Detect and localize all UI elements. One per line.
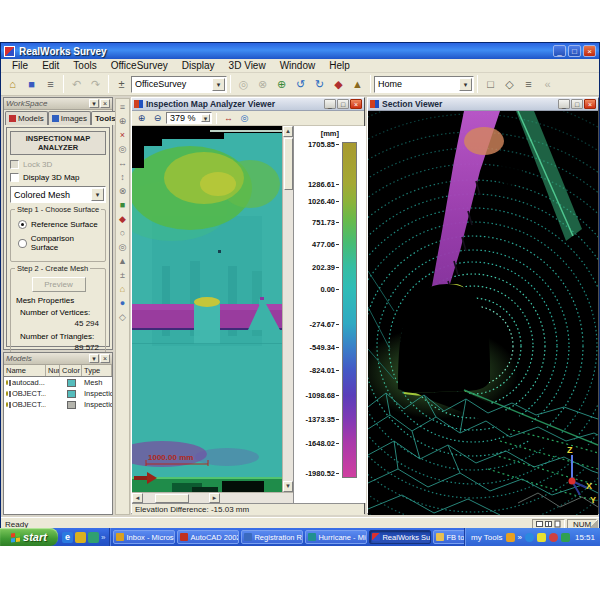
- chevron-down-icon[interactable]: ▾: [459, 78, 472, 91]
- display-3d-map-checkbox-row[interactable]: Display 3D Map: [10, 173, 106, 182]
- column-num[interactable]: Num...: [46, 365, 60, 376]
- view-combo[interactable]: Home ▾: [374, 76, 474, 93]
- preview-button[interactable]: Preview: [32, 277, 86, 292]
- open-icon[interactable]: [3, 75, 22, 94]
- panel-collapse-icon[interactable]: ▾: [89, 99, 99, 108]
- tool-icon[interactable]: [116, 269, 129, 282]
- visibility-bulb-icon[interactable]: [6, 391, 8, 396]
- chevron-down-icon[interactable]: ▾: [212, 78, 225, 91]
- tool-icon[interactable]: [116, 297, 129, 310]
- section-3d-canvas[interactable]: Z X Y: [368, 111, 598, 515]
- menu-3dview[interactable]: 3D View: [222, 60, 273, 71]
- zoom-out-icon[interactable]: [150, 112, 165, 125]
- section-viewer-title-bar[interactable]: Section Viewer _ □ ×: [368, 98, 598, 111]
- tool-icon[interactable]: [116, 129, 129, 142]
- task-hurricane[interactable]: Hurricane - Micro...: [305, 530, 367, 544]
- start-button[interactable]: start: [0, 528, 58, 546]
- tool-icon[interactable]: [116, 255, 129, 268]
- restore-button[interactable]: □: [337, 99, 349, 109]
- map-horizontal-scrollbar[interactable]: ◄ ►: [132, 492, 293, 503]
- window-split-icon[interactable]: [500, 75, 519, 94]
- chevron-down-icon[interactable]: ▾: [91, 188, 104, 201]
- mesh-icon[interactable]: [348, 75, 367, 94]
- back-icon[interactable]: [538, 75, 557, 94]
- comparison-surface-radio-row[interactable]: Comparison Surface: [18, 234, 101, 252]
- tray-icon[interactable]: [525, 533, 534, 542]
- reference-surface-radio-row[interactable]: Reference Surface: [18, 220, 101, 229]
- undo-icon[interactable]: [67, 75, 86, 94]
- split-window-icon[interactable]: [545, 521, 552, 527]
- chevron-down-icon[interactable]: ▾: [201, 114, 210, 122]
- tab-images[interactable]: Images: [48, 111, 91, 125]
- tool-icon[interactable]: [116, 157, 129, 170]
- inspection-viewer-title-bar[interactable]: Inspection Map Analyzer Viewer _ □ ×: [132, 98, 364, 111]
- delete-icon[interactable]: [253, 75, 272, 94]
- quick-launch-icon[interactable]: [75, 532, 86, 543]
- zoom-level-combo[interactable]: 379 % ▾: [166, 112, 212, 124]
- visibility-bulb-icon[interactable]: [6, 402, 8, 407]
- menu-file[interactable]: File: [5, 60, 35, 71]
- table-row[interactable]: OBJECT... Inspectio...: [4, 399, 112, 410]
- task-realworks[interactable]: RealWorks Survey: [369, 530, 431, 544]
- rotate-right-icon[interactable]: [310, 75, 329, 94]
- tool-icon[interactable]: [116, 185, 129, 198]
- tool-icon[interactable]: [116, 311, 129, 324]
- menu-tools[interactable]: Tools: [66, 60, 103, 71]
- lock-3d-checkbox-row[interactable]: Lock 3D: [10, 160, 106, 169]
- pan-icon[interactable]: [221, 112, 236, 125]
- save-icon[interactable]: [22, 75, 41, 94]
- menu-help[interactable]: Help: [322, 60, 357, 71]
- tool-icon[interactable]: [116, 171, 129, 184]
- panel-collapse-icon[interactable]: ▾: [89, 354, 99, 363]
- display-3d-map-checkbox[interactable]: [10, 173, 19, 182]
- panel-close-icon[interactable]: ×: [100, 99, 110, 108]
- tray-tool-icon[interactable]: [506, 533, 515, 542]
- close-button[interactable]: ×: [583, 45, 596, 57]
- color-swatch[interactable]: [67, 390, 76, 398]
- overflow-chevron-icon[interactable]: »: [518, 533, 522, 542]
- column-color[interactable]: Color: [60, 365, 82, 376]
- redo-icon[interactable]: [86, 75, 105, 94]
- table-row[interactable]: OBJECT... Inspectio...: [4, 388, 112, 399]
- tray-icon[interactable]: [537, 533, 546, 542]
- rotate-left-icon[interactable]: [291, 75, 310, 94]
- zoom-in-icon[interactable]: [134, 112, 149, 125]
- restore-button[interactable]: □: [571, 99, 583, 109]
- render-icon[interactable]: [329, 75, 348, 94]
- models-panel-header[interactable]: Models ▾ ×: [4, 353, 112, 365]
- column-name[interactable]: Name: [4, 365, 46, 376]
- task-autocad[interactable]: AutoCAD 2002: [177, 530, 239, 544]
- internet-explorer-icon[interactable]: e: [62, 532, 73, 543]
- panel-close-icon[interactable]: ×: [100, 354, 110, 363]
- tray-icon[interactable]: [549, 533, 558, 542]
- task-fb-folder[interactable]: FB to FB: [433, 530, 464, 544]
- tool-icon[interactable]: [116, 227, 129, 240]
- tray-icon[interactable]: [561, 533, 570, 542]
- scroll-down-icon[interactable]: ▼: [283, 481, 293, 492]
- task-inbox[interactable]: Inbox - Microsof...: [113, 530, 175, 544]
- minimize-button[interactable]: _: [553, 45, 566, 57]
- quick-launch-icon[interactable]: [88, 532, 99, 543]
- single-window-icon[interactable]: [536, 521, 543, 527]
- menu-window[interactable]: Window: [273, 60, 323, 71]
- color-swatch[interactable]: [67, 401, 76, 409]
- minimize-button[interactable]: _: [324, 99, 336, 109]
- add-icon[interactable]: [272, 75, 291, 94]
- visibility-bulb-icon[interactable]: [6, 380, 8, 385]
- tab-models[interactable]: Models: [5, 111, 48, 125]
- tool-icon[interactable]: [116, 143, 129, 156]
- reference-surface-radio[interactable]: [18, 220, 27, 229]
- overflow-chevron-icon[interactable]: »: [101, 533, 105, 542]
- app-title-bar[interactable]: RealWorks Survey _ □ ×: [1, 43, 599, 59]
- workspace-panel-header[interactable]: WorkSpace ▾ ×: [4, 98, 112, 110]
- menu-edit[interactable]: Edit: [35, 60, 66, 71]
- scrollbar-thumb[interactable]: [284, 138, 293, 190]
- scrollbar-thumb[interactable]: [155, 494, 189, 503]
- tool-icon[interactable]: [116, 213, 129, 226]
- comparison-surface-radio[interactable]: [18, 239, 27, 248]
- scroll-up-icon[interactable]: ▲: [283, 126, 293, 137]
- lock-3d-checkbox[interactable]: [10, 160, 19, 169]
- column-type[interactable]: Type: [82, 365, 112, 376]
- scroll-right-icon[interactable]: ►: [209, 493, 220, 503]
- mesh-type-combo[interactable]: Colored Mesh ▾: [10, 186, 106, 203]
